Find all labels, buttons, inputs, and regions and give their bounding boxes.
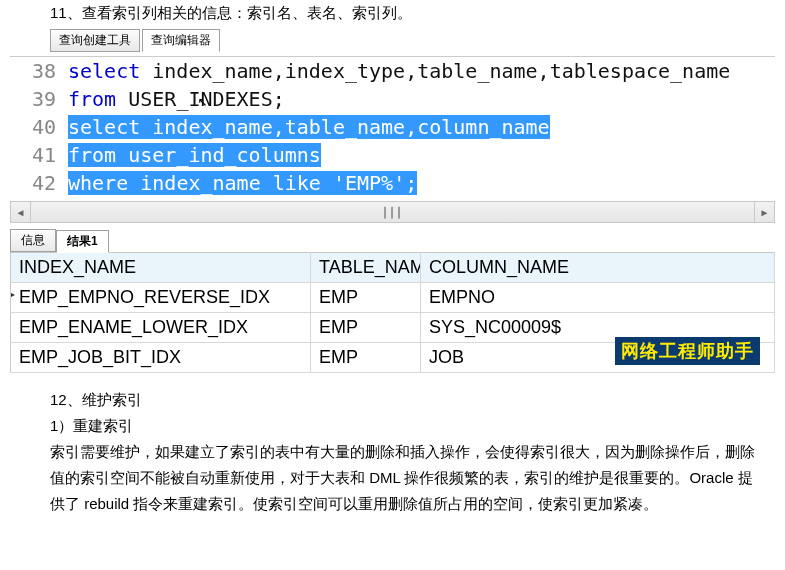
keyword-from: from bbox=[68, 87, 116, 111]
tab-result-1[interactable]: 结果1 bbox=[56, 230, 109, 253]
table-row[interactable]: EMP_EMPNO_REVERSE_IDX EMP EMPNO bbox=[11, 283, 775, 313]
scroll-grip-icon[interactable]: ┃┃┃ bbox=[382, 207, 403, 218]
cell-column-name[interactable]: JOB bbox=[421, 343, 775, 373]
code-text: ; bbox=[405, 171, 417, 195]
code-text: index_name,index_type,table_name,tablesp… bbox=[140, 59, 730, 83]
cell-column-name[interactable]: EMPNO bbox=[421, 283, 775, 313]
code-line-39[interactable]: from USER_INDEXES;↖ bbox=[68, 85, 775, 113]
section-11-title: 11、查看索引列相关的信息：索引名、表名、索引列。 bbox=[0, 0, 785, 29]
section-12-body: 索引需要维护，如果建立了索引的表中有大量的删除和插入操作，会使得索引很大，因为删… bbox=[50, 439, 757, 517]
code-line-42[interactable]: where index_name like 'EMP%'; bbox=[68, 169, 775, 197]
cell-index-name[interactable]: EMP_ENAME_LOWER_IDX bbox=[11, 313, 311, 343]
cell-table-name[interactable]: EMP bbox=[311, 283, 421, 313]
sql-editor[interactable]: 38 select index_name,index_type,table_na… bbox=[10, 56, 775, 197]
string-literal: 'EMP%' bbox=[333, 171, 405, 195]
line-number: 38 bbox=[10, 57, 68, 85]
code-text: user_ind_columns bbox=[116, 143, 321, 167]
col-column-name[interactable]: COLUMN_NAME bbox=[421, 253, 775, 283]
col-table-name[interactable]: TABLE_NAME bbox=[311, 253, 421, 283]
code-line-41[interactable]: from user_ind_columns bbox=[68, 141, 775, 169]
code-text: index_name bbox=[128, 171, 273, 195]
scroll-left-icon[interactable]: ◄ bbox=[11, 202, 31, 222]
cell-column-name[interactable]: SYS_NC00009$ bbox=[421, 313, 775, 343]
line-number: 40 bbox=[10, 113, 68, 141]
code-text bbox=[321, 171, 333, 195]
scroll-right-icon[interactable]: ► bbox=[754, 202, 774, 222]
result-tabs: 信息 结果1 bbox=[10, 229, 785, 252]
line-number: 39 bbox=[10, 85, 68, 113]
line-number: 41 bbox=[10, 141, 68, 169]
cell-table-name[interactable]: EMP bbox=[311, 313, 421, 343]
section-12-sub: 1）重建索引 bbox=[50, 413, 757, 439]
horizontal-scrollbar[interactable]: ◄ ┃┃┃ ► bbox=[10, 201, 775, 223]
code-text: index_name,table_name,column_name bbox=[140, 115, 549, 139]
article-text: 12、维护索引 1）重建索引 索引需要维护，如果建立了索引的表中有大量的删除和插… bbox=[0, 373, 785, 517]
section-12-title: 12、维护索引 bbox=[50, 387, 757, 413]
cell-table-name[interactable]: EMP bbox=[311, 343, 421, 373]
keyword-from: from bbox=[68, 143, 116, 167]
table-row[interactable]: EMP_JOB_BIT_IDX EMP JOB bbox=[11, 343, 775, 373]
query-tabs: 查询创建工具 查询编辑器 bbox=[0, 29, 785, 52]
table-header-row: INDEX_NAME TABLE_NAME COLUMN_NAME bbox=[11, 253, 775, 283]
code-text: USER_INDEXES; bbox=[116, 87, 285, 111]
code-line-38[interactable]: select index_name,index_type,table_name,… bbox=[68, 57, 775, 85]
result-grid[interactable]: INDEX_NAME TABLE_NAME COLUMN_NAME EMP_EM… bbox=[10, 252, 775, 373]
line-number: 42 bbox=[10, 169, 68, 197]
keyword-where: where bbox=[68, 171, 128, 195]
tab-info[interactable]: 信息 bbox=[10, 229, 56, 252]
cell-index-name[interactable]: EMP_JOB_BIT_IDX bbox=[11, 343, 311, 373]
keyword-select: select bbox=[68, 115, 140, 139]
col-index-name[interactable]: INDEX_NAME bbox=[11, 253, 311, 283]
cell-index-name[interactable]: EMP_EMPNO_REVERSE_IDX bbox=[11, 283, 311, 313]
keyword-select: select bbox=[68, 59, 140, 83]
tab-query-builder[interactable]: 查询创建工具 bbox=[50, 29, 140, 52]
code-line-40[interactable]: select index_name,table_name,column_name bbox=[68, 113, 775, 141]
tab-query-editor[interactable]: 查询编辑器 bbox=[142, 29, 220, 52]
keyword-like: like bbox=[273, 171, 321, 195]
table-row[interactable]: EMP_ENAME_LOWER_IDX EMP SYS_NC00009$ bbox=[11, 313, 775, 343]
